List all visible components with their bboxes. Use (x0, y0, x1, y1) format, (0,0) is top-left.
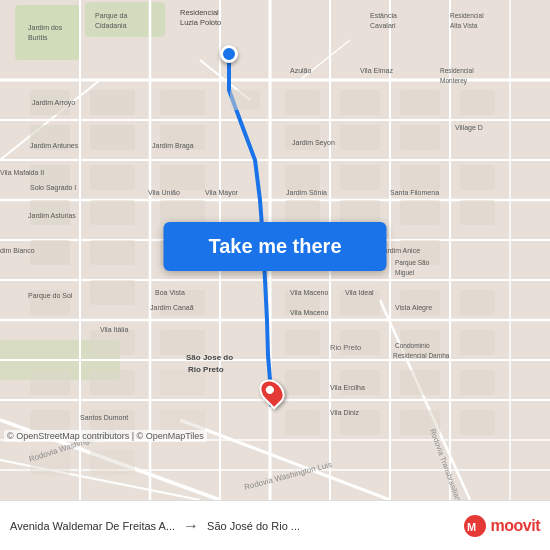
svg-text:Vila Mafalda II: Vila Mafalda II (0, 169, 44, 176)
svg-rect-69 (285, 330, 320, 355)
svg-text:Vista Alegre: Vista Alegre (395, 304, 432, 312)
svg-rect-87 (460, 410, 495, 435)
svg-rect-83 (460, 370, 495, 395)
svg-rect-82 (400, 370, 440, 395)
svg-rect-1 (15, 5, 80, 60)
svg-rect-63 (460, 165, 495, 190)
svg-text:Vila Ercilha: Vila Ercilha (330, 384, 365, 391)
svg-rect-43 (400, 125, 440, 150)
svg-text:Santa Filomena: Santa Filomena (390, 189, 439, 196)
svg-text:M: M (467, 521, 476, 533)
svg-rect-60 (400, 165, 440, 190)
svg-rect-57 (340, 165, 380, 190)
svg-text:Parque da: Parque da (95, 12, 127, 20)
svg-text:Vila Diniz: Vila Diniz (330, 409, 360, 416)
svg-text:Vila Maceno: Vila Maceno (290, 309, 329, 316)
svg-text:Jardim Sônia: Jardim Sônia (286, 189, 327, 196)
svg-text:Rio Preto: Rio Preto (330, 343, 361, 352)
svg-text:Jardim Braga: Jardim Braga (152, 142, 194, 150)
svg-text:Santos Dumont: Santos Dumont (80, 414, 128, 421)
svg-rect-72 (400, 290, 440, 315)
svg-rect-47 (30, 240, 70, 265)
svg-text:Condominio: Condominio (395, 342, 430, 349)
route-from: Avenida Waldemar De Freitas A... (10, 520, 175, 532)
svg-rect-41 (340, 125, 380, 150)
svg-rect-44 (460, 90, 495, 115)
route-arrow: → (183, 517, 199, 535)
svg-text:Luzia Poloto: Luzia Poloto (180, 18, 221, 27)
svg-text:Miguel: Miguel (395, 269, 415, 277)
svg-rect-33 (90, 125, 135, 150)
svg-rect-2 (85, 2, 165, 37)
svg-text:Village D: Village D (455, 124, 483, 132)
svg-text:Vila Mayor: Vila Mayor (205, 189, 239, 197)
moovit-brand-text: moovit (491, 517, 540, 535)
svg-text:Vila Ideal: Vila Ideal (345, 289, 374, 296)
svg-rect-78 (90, 370, 135, 395)
svg-text:Rio Preto: Rio Preto (188, 365, 224, 374)
svg-rect-50 (90, 240, 135, 265)
svg-text:Cidadania: Cidadania (95, 22, 127, 29)
take-me-there-button[interactable]: Take me there (164, 222, 387, 271)
route-to: São José do Rio ... (207, 520, 300, 532)
svg-rect-84 (285, 410, 320, 435)
svg-text:Vila Elmaz: Vila Elmaz (360, 67, 393, 74)
svg-rect-61 (400, 200, 440, 225)
svg-text:Jardim Seyon: Jardim Seyon (292, 139, 335, 147)
svg-rect-64 (460, 200, 495, 225)
svg-rect-92 (90, 450, 135, 475)
svg-rect-38 (285, 90, 320, 115)
svg-text:Jardim Asturias: Jardim Asturias (28, 212, 76, 219)
route-info: Avenida Waldemar De Freitas A... → São J… (10, 517, 300, 535)
svg-rect-77 (90, 330, 135, 355)
svg-rect-36 (160, 165, 205, 190)
svg-rect-75 (460, 330, 495, 355)
svg-rect-48 (90, 165, 135, 190)
svg-text:Residencial: Residencial (440, 67, 474, 74)
svg-text:Solo Sagrado I: Solo Sagrado I (30, 184, 76, 192)
svg-text:Azulão: Azulão (290, 67, 312, 74)
svg-text:Parque São: Parque São (395, 259, 430, 267)
svg-rect-34 (160, 90, 205, 115)
svg-text:Residencial: Residencial (450, 12, 484, 19)
svg-rect-32 (90, 90, 135, 115)
svg-rect-42 (400, 90, 440, 115)
svg-rect-81 (340, 370, 380, 395)
svg-text:Jardim Canaã: Jardim Canaã (150, 304, 194, 311)
moovit-logo: M moovit (463, 514, 540, 538)
svg-text:Parque do Sol: Parque do Sol (28, 292, 73, 300)
svg-rect-39 (285, 125, 320, 150)
svg-text:Boa Vista: Boa Vista (155, 289, 185, 296)
svg-text:Cavalari: Cavalari (370, 22, 396, 29)
svg-text:Residencial Damha: Residencial Damha (393, 352, 450, 359)
svg-text:Estância: Estância (370, 12, 397, 19)
svg-text:Alta Vista: Alta Vista (450, 22, 478, 29)
svg-text:Vila União: Vila União (148, 189, 180, 196)
map-container: Jardim dos Buritis Parque da Cidadania R… (0, 0, 550, 500)
svg-rect-54 (285, 165, 320, 190)
svg-text:Vila Maceno: Vila Maceno (290, 289, 329, 296)
moovit-icon: M (463, 514, 487, 538)
svg-text:Vila Itália: Vila Itália (100, 326, 128, 333)
svg-text:Monterey: Monterey (440, 77, 468, 85)
svg-rect-76 (30, 370, 70, 395)
svg-rect-51 (90, 280, 135, 305)
svg-rect-67 (160, 330, 205, 355)
svg-text:Residencial: Residencial (180, 8, 219, 17)
svg-text:Jardim Antunes: Jardim Antunes (30, 142, 79, 149)
svg-rect-80 (285, 370, 320, 395)
svg-rect-40 (340, 90, 380, 115)
svg-text:Jardim Arroyo: Jardim Arroyo (32, 99, 75, 107)
origin-marker (220, 45, 238, 63)
svg-text:Buritis: Buritis (28, 34, 48, 41)
svg-rect-74 (460, 290, 495, 315)
svg-rect-49 (90, 200, 135, 225)
destination-marker (261, 378, 283, 406)
svg-text:dim Bianco: dim Bianco (0, 247, 35, 254)
copyright-text: © OpenStreetMap contributors | © OpenMap… (4, 430, 207, 442)
bottom-bar: Avenida Waldemar De Freitas A... → São J… (0, 500, 550, 550)
svg-text:São Jose do: São Jose do (186, 353, 233, 362)
svg-rect-37 (230, 90, 260, 110)
svg-text:Jardim dos: Jardim dos (28, 24, 63, 31)
